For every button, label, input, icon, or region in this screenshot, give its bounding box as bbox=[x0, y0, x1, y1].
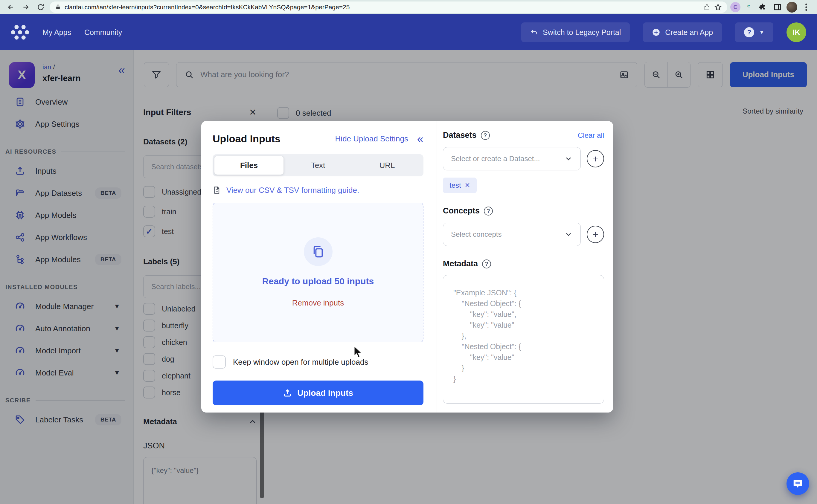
browser-profile-avatar[interactable] bbox=[787, 2, 797, 13]
dataset-chip-test[interactable]: test ✕ bbox=[443, 178, 477, 193]
share-icon[interactable] bbox=[703, 4, 711, 11]
modal-upload-column: Upload Inputs Hide Upload Settings « Fil… bbox=[201, 121, 437, 413]
dataset-select-placeholder: Select or create a Dataset... bbox=[451, 155, 540, 163]
mouse-cursor bbox=[353, 346, 363, 359]
dropzone-status: Ready to upload 50 inputs bbox=[262, 276, 374, 286]
create-app-label: Create an App bbox=[665, 28, 713, 37]
remove-inputs-link[interactable]: Remove inputs bbox=[292, 298, 344, 308]
collapse-modal-icon[interactable]: « bbox=[417, 135, 424, 143]
user-avatar[interactable]: IK bbox=[787, 22, 806, 42]
hide-upload-settings-link[interactable]: Hide Upload Settings bbox=[335, 134, 408, 143]
concepts-select-placeholder: Select concepts bbox=[451, 230, 502, 239]
file-dropzone[interactable]: Ready to upload 50 inputs Remove inputs bbox=[213, 203, 424, 342]
metadata-example-text: "Example JSON": { "Nested Object": { "ke… bbox=[454, 287, 594, 384]
panel-concepts-title: Concepts bbox=[443, 206, 480, 216]
bookmark-star-icon[interactable] bbox=[714, 3, 722, 11]
nav-link-my-apps[interactable]: My Apps bbox=[42, 28, 71, 37]
clarifai-logo[interactable] bbox=[11, 24, 29, 41]
help-icon[interactable]: ? bbox=[482, 259, 491, 268]
plus-circle-icon bbox=[652, 28, 660, 36]
upload-inputs-modal: Upload Inputs Hide Upload Settings « Fil… bbox=[201, 121, 613, 413]
nav-link-community[interactable]: Community bbox=[84, 28, 122, 37]
upload-inputs-submit-button[interactable]: Upload inputs bbox=[213, 381, 424, 405]
chevron-down-icon bbox=[564, 155, 573, 163]
lock-icon bbox=[55, 4, 61, 10]
document-icon bbox=[213, 185, 221, 195]
extension-icon[interactable]: ᕪ bbox=[743, 2, 754, 12]
chat-launcher-button[interactable] bbox=[787, 472, 809, 495]
panel-metadata-title: Metadata bbox=[443, 259, 478, 268]
csv-guide-link[interactable]: View our CSV & TSV formatting guide. bbox=[226, 186, 359, 195]
help-icon[interactable]: ? bbox=[484, 207, 493, 216]
keep-open-label: Keep window open for multiple uploads bbox=[233, 358, 368, 367]
back-icon[interactable] bbox=[5, 1, 17, 13]
upload-source-tabs: Files Text URL bbox=[213, 154, 424, 176]
upload-submit-label: Upload inputs bbox=[297, 388, 353, 398]
help-icon[interactable]: ? bbox=[481, 131, 490, 140]
switch-legacy-label: Switch to Legacy Portal bbox=[543, 28, 621, 37]
tab-url[interactable]: URL bbox=[352, 156, 422, 175]
switch-legacy-button[interactable]: Switch to Legacy Portal bbox=[521, 22, 630, 42]
tab-text[interactable]: Text bbox=[283, 156, 352, 175]
chip-label: test bbox=[450, 181, 461, 190]
copy-pages-icon bbox=[304, 237, 332, 266]
browser-chrome: clarifai.com/ian/xfer-learn/inputs?curre… bbox=[0, 0, 817, 14]
panel-datasets-title: Datasets bbox=[443, 131, 477, 140]
modal-title: Upload Inputs bbox=[213, 133, 280, 145]
remove-chip-icon[interactable]: ✕ bbox=[465, 181, 470, 189]
keep-open-checkbox[interactable] bbox=[213, 355, 226, 369]
address-bar[interactable]: clarifai.com/ian/xfer-learn/inputs?curre… bbox=[50, 1, 727, 13]
return-arrow-icon bbox=[530, 28, 538, 36]
add-concept-button[interactable]: + bbox=[587, 226, 604, 243]
add-dataset-button[interactable]: + bbox=[587, 150, 604, 167]
top-nav: My Apps Community Switch to Legacy Porta… bbox=[0, 14, 817, 50]
tab-files[interactable]: Files bbox=[214, 156, 283, 175]
url-text: clarifai.com/ian/xfer-learn/inputs?curre… bbox=[65, 4, 349, 11]
metadata-example-textarea[interactable]: "Example JSON": { "Nested Object": { "ke… bbox=[443, 275, 604, 404]
puzzle-extensions-icon[interactable] bbox=[757, 1, 769, 13]
keep-window-open-row[interactable]: Keep window open for multiple uploads bbox=[213, 355, 424, 369]
concepts-select[interactable]: Select concepts bbox=[443, 223, 581, 246]
help-menu-button[interactable]: ? ▼ bbox=[735, 22, 773, 42]
browser-menu-icon[interactable] bbox=[800, 1, 812, 13]
chevron-down-icon bbox=[564, 230, 573, 239]
forward-icon[interactable] bbox=[20, 1, 32, 13]
upload-icon bbox=[283, 389, 292, 398]
clear-all-link[interactable]: Clear all bbox=[578, 131, 604, 140]
side-panel-icon[interactable] bbox=[772, 1, 784, 13]
help-icon: ? bbox=[744, 27, 754, 37]
screen: clarifai.com/ian/xfer-learn/inputs?curre… bbox=[0, 0, 817, 504]
modal-settings-column: Datasets ? Clear all Select or create a … bbox=[437, 121, 613, 413]
chevron-down-icon: ▼ bbox=[759, 29, 764, 36]
extension-icon[interactable]: C bbox=[730, 2, 740, 12]
reload-icon[interactable] bbox=[35, 1, 47, 13]
create-app-button[interactable]: Create an App bbox=[643, 22, 722, 42]
dataset-select[interactable]: Select or create a Dataset... bbox=[443, 147, 581, 170]
